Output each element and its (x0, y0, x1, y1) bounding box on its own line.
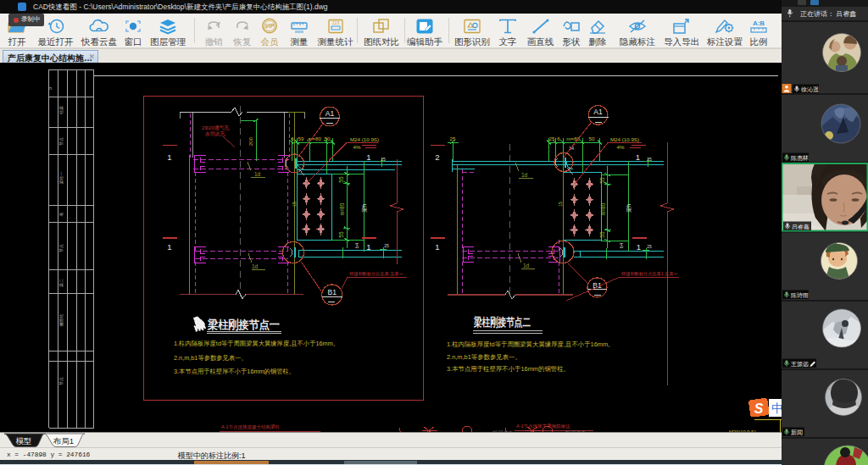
svg-text:焊缝和数标注点见表1,见表一: 焊缝和数标注点见表1,见表一 (621, 271, 678, 277)
svg-text:梁柱刚接节点一: 梁柱刚接节点一 (207, 318, 280, 331)
svg-text:3.本节点用于柱壁厚不小于16mm的钢管柱。: 3.本节点用于柱壁厚不小于16mm的钢管柱。 (447, 365, 570, 373)
svg-text:A:B: A:B (753, 19, 765, 27)
svg-text:50: 50 (589, 136, 595, 141)
svg-text:6: 6 (557, 136, 560, 141)
svg-text:焊缝和数标注以见表,见表一: 焊缝和数标注以见表,见表一 (349, 271, 403, 277)
svg-text:梁h: 梁h (626, 204, 632, 213)
svg-text:1: 1 (366, 152, 370, 162)
svg-text:余同此孔: 余同此孔 (204, 130, 225, 137)
svg-text:王源远: 王源远 (791, 361, 809, 367)
svg-text:节点: 节点 (58, 377, 64, 385)
svg-text:25: 25 (647, 157, 652, 162)
svg-text:A1: A1 (326, 109, 335, 118)
svg-text:200: 200 (248, 136, 253, 146)
svg-text:梁h: 梁h (361, 204, 367, 213)
svg-text:2: 2 (435, 152, 439, 162)
svg-text:1d: 1d (252, 263, 259, 269)
svg-text:b4: b4 (354, 242, 359, 248)
svg-text:15: 15 (558, 202, 563, 207)
svg-text:55: 55 (599, 231, 605, 238)
svg-text:M24 (10.9S): M24 (10.9S) (350, 136, 379, 142)
svg-text:陈诗雨: 陈诗雨 (791, 292, 809, 299)
svg-text:2.n,m,b1等参数参见表一。: 2.n,m,b1等参数参见表一。 (174, 354, 248, 362)
svg-text:VIP: VIP (265, 23, 275, 29)
svg-text:n=80: n=80 (339, 202, 345, 215)
svg-text:1: 1 (435, 242, 439, 252)
svg-text:2.n,m,b1等参数参见表一。: 2.n,m,b1等参数参见表一。 (447, 353, 521, 361)
svg-text:25: 25 (647, 244, 652, 249)
svg-text:梁二: 梁二 (58, 279, 64, 287)
svg-text:M24 (10.9S): M24 (10.9S) (610, 136, 639, 142)
svg-text:柱梁: 柱梁 (58, 106, 64, 114)
svg-text:模型: 模型 (16, 436, 32, 446)
svg-text:25: 25 (381, 157, 386, 162)
svg-text:123: 123 (331, 20, 339, 25)
svg-text:n=80: n=80 (600, 202, 606, 215)
svg-text:1.柱内隔板厚度td等于周圈梁翼大翼缘厚度,且不小于16mm: 1.柱内隔板厚度td等于周圈梁翼大翼缘厚度,且不小于16mm。 (447, 340, 615, 348)
svg-text:50: 50 (325, 136, 331, 141)
svg-text:4%: 4% (353, 144, 361, 150)
svg-text:15: 15 (292, 202, 297, 207)
svg-text:59: 59 (298, 136, 304, 141)
svg-text:A-1节点连接混凝土结构梁柱: A-1节点连接混凝土结构梁柱 (221, 423, 281, 430)
svg-text:中: 中 (771, 401, 782, 415)
svg-text:钢管柱: 钢管柱 (58, 314, 64, 327)
svg-text:新闻: 新闻 (791, 429, 803, 436)
svg-text:徐沁遥: 徐沁遥 (801, 86, 819, 93)
svg-text:1: 1 (167, 152, 171, 162)
svg-text:S: S (754, 401, 764, 416)
svg-text:1: 1 (366, 242, 370, 252)
svg-text:25: 25 (549, 136, 555, 141)
svg-text:陈惠林: 陈惠林 (791, 155, 809, 162)
svg-text:3.本节点用于柱壁厚不小于16mm的钢管柱。: 3.本节点用于柱壁厚不小于16mm的钢管柱。 (174, 368, 295, 375)
svg-text:A1: A1 (593, 108, 603, 116)
svg-text:6: 6 (291, 136, 294, 141)
svg-text:4%: 4% (617, 144, 625, 150)
svg-text:布局1: 布局1 (53, 436, 74, 446)
svg-text:25: 25 (384, 243, 389, 248)
svg-text:梁柱刚接节点二: 梁柱刚接节点二 (473, 316, 531, 329)
svg-text:b4: b4 (619, 242, 624, 248)
svg-text:2Φ20通气孔: 2Φ20通气孔 (202, 125, 230, 131)
svg-text:1d: 1d (254, 171, 261, 177)
svg-text:表: 表 (58, 213, 64, 217)
svg-text:梁柱一: 梁柱一 (58, 172, 64, 185)
svg-text:55: 55 (338, 231, 344, 238)
svg-text:1: 1 (637, 242, 641, 252)
svg-text:1: 1 (636, 152, 640, 162)
svg-text:吕睿鑫: 吕睿鑫 (792, 224, 810, 230)
svg-text:1: 1 (167, 242, 171, 252)
svg-text:正在讲话： 吕睿鑫: 正在讲话： 吕睿鑫 (800, 10, 856, 18)
svg-text:节点: 节点 (58, 244, 64, 252)
svg-text:1.柱内隔板厚度td等于周圈梁翼大翼缘厚度,且不小于16mm: 1.柱内隔板厚度td等于周圈梁翼大翼缘厚度,且不小于16mm。 (174, 340, 339, 347)
svg-text:55: 55 (338, 176, 344, 183)
svg-text:节点: 节点 (58, 137, 64, 146)
svg-text:1d: 1d (521, 172, 528, 178)
svg-text:25: 25 (450, 136, 456, 141)
svg-text:55: 55 (599, 177, 605, 184)
svg-text:B1: B1 (327, 288, 337, 296)
svg-text:1d: 1d (523, 263, 530, 268)
